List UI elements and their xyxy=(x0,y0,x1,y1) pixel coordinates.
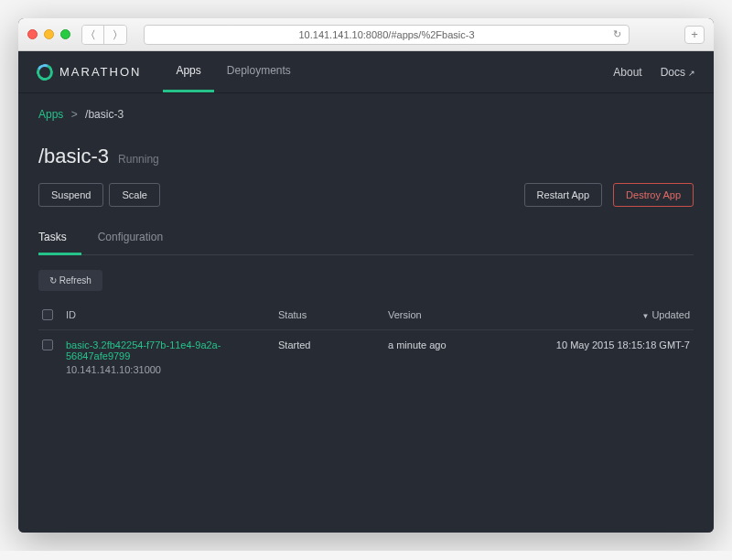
reload-icon[interactable]: ↻ xyxy=(613,28,621,40)
app-status: Running xyxy=(118,153,159,166)
nav-right: About Docs↗ xyxy=(613,66,695,79)
new-tab-button[interactable]: + xyxy=(684,26,705,44)
back-button[interactable]: 〈 xyxy=(82,26,104,44)
logo-text: MARATHON xyxy=(59,65,141,79)
right-actions: Restart App Destroy App xyxy=(524,183,694,207)
table-header: ID Status Version ▼Updated xyxy=(38,300,694,330)
nav-tab-deployments[interactable]: Deployments xyxy=(214,51,304,92)
content: Apps > /basic-3 /basic-3 Running Suspend… xyxy=(18,93,714,533)
marathon-app: MARATHON Apps Deployments About Docs↗ Ap… xyxy=(18,51,714,533)
subtabs: Tasks Configuration xyxy=(38,221,694,255)
breadcrumb-current: /basic-3 xyxy=(85,108,124,121)
top-nav: MARATHON Apps Deployments About Docs↗ xyxy=(18,51,714,93)
nav-tabs: Apps Deployments xyxy=(163,51,303,92)
app-name: /basic-3 xyxy=(38,145,109,168)
header-updated[interactable]: ▼Updated xyxy=(516,309,690,320)
restart-app-button[interactable]: Restart App xyxy=(524,183,602,207)
maximize-window-button[interactable] xyxy=(60,29,70,39)
nav-arrows: 〈 〉 xyxy=(81,25,127,45)
row-updated: 10 May 2015 18:15:18 GMT-7 xyxy=(516,339,690,350)
row-id: basic-3.2fb42254-f77b-11e4-9a2a-56847afe… xyxy=(66,339,278,375)
tasks-table: ID Status Version ▼Updated basic-3.2fb42… xyxy=(38,300,694,384)
nav-about[interactable]: About xyxy=(613,66,641,79)
nav-tab-apps[interactable]: Apps xyxy=(163,51,213,92)
header-checkbox-col xyxy=(42,309,66,320)
logo-icon xyxy=(34,61,55,82)
row-checkbox[interactable] xyxy=(42,339,53,350)
logo[interactable]: MARATHON xyxy=(37,64,141,81)
window-controls xyxy=(27,29,70,39)
header-status[interactable]: Status xyxy=(278,309,388,320)
task-id-link[interactable]: basic-3.2fb42254-f77b-11e4-9a2a-56847afe… xyxy=(66,339,278,361)
sort-desc-icon: ▼ xyxy=(641,312,649,320)
destroy-app-button[interactable]: Destroy App xyxy=(613,183,694,207)
refresh-button[interactable]: Refresh xyxy=(38,270,102,291)
app-title: /basic-3 Running xyxy=(38,145,694,168)
tasks-toolbar: Refresh xyxy=(38,270,694,291)
header-version[interactable]: Version xyxy=(388,309,516,320)
select-all-checkbox[interactable] xyxy=(42,309,53,320)
action-row: Suspend Scale Restart App Destroy App xyxy=(38,183,694,207)
forward-button[interactable]: 〉 xyxy=(104,26,126,44)
breadcrumb: Apps > /basic-3 xyxy=(38,108,694,121)
row-version: a minute ago xyxy=(388,339,516,350)
breadcrumb-root[interactable]: Apps xyxy=(38,108,63,121)
row-status: Started xyxy=(278,339,388,350)
browser-window: 〈 〉 10.141.141.10:8080/#apps/%2Fbasic-3 … xyxy=(18,18,714,533)
task-endpoint: 10.141.141.10:31000 xyxy=(66,364,278,375)
breadcrumb-sep: > xyxy=(71,108,78,121)
minimize-window-button[interactable] xyxy=(44,29,54,39)
suspend-button[interactable]: Suspend xyxy=(38,183,103,207)
row-checkbox-col xyxy=(42,339,66,350)
subtab-tasks[interactable]: Tasks xyxy=(38,221,81,255)
url-text: 10.141.141.10:8080/#apps/%2Fbasic-3 xyxy=(298,29,474,40)
external-link-icon: ↗ xyxy=(688,69,695,78)
close-window-button[interactable] xyxy=(27,29,38,39)
address-bar[interactable]: 10.141.141.10:8080/#apps/%2Fbasic-3 ↻ xyxy=(144,25,630,45)
subtab-configuration[interactable]: Configuration xyxy=(98,221,178,255)
scale-button[interactable]: Scale xyxy=(109,183,160,207)
table-row: basic-3.2fb42254-f77b-11e4-9a2a-56847afe… xyxy=(38,330,694,384)
browser-titlebar: 〈 〉 10.141.141.10:8080/#apps/%2Fbasic-3 … xyxy=(18,18,714,51)
header-id[interactable]: ID xyxy=(66,309,278,320)
nav-docs[interactable]: Docs↗ xyxy=(661,66,695,79)
